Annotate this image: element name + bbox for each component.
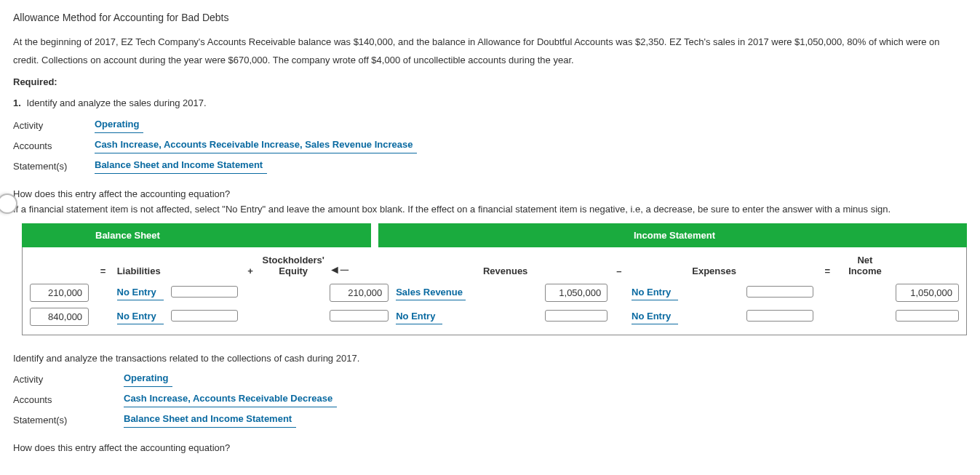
instruction-text: If a financial statement item is not aff… [13, 202, 967, 217]
accounts-label: Accounts [13, 140, 95, 151]
statements-dropdown-2[interactable]: Balance Sheet and Income Statement [124, 412, 296, 428]
equity-header: Equity [263, 266, 324, 276]
statements-label: Statement(s) [13, 161, 95, 172]
assets-input[interactable]: 840,000 [30, 308, 89, 326]
activity-dropdown[interactable]: Operating [95, 117, 143, 133]
revenue-input[interactable]: 1,050,000 [545, 284, 608, 302]
expense-input[interactable] [746, 286, 813, 298]
income-statement-header: Income Statement [378, 223, 967, 247]
accounts-label-2: Accounts [13, 394, 124, 405]
liabilities-header: Liabilities [117, 266, 164, 276]
liability-input[interactable] [171, 310, 238, 322]
table-row: 210,000 No Entry 210,000 Sales Revenue 1… [30, 281, 959, 305]
plus-sign: + [246, 266, 255, 276]
statements-label-2: Statement(s) [13, 415, 124, 426]
statements-dropdown[interactable]: Balance Sheet and Income Statement [95, 158, 267, 174]
expense-dropdown[interactable]: No Entry [632, 285, 678, 300]
activity-label: Activity [13, 120, 95, 131]
expenses-header: Expenses [692, 266, 739, 276]
equity-input[interactable] [330, 310, 389, 322]
expense-input[interactable] [746, 310, 813, 322]
liability-dropdown[interactable]: No Entry [117, 285, 164, 300]
netincome-input[interactable]: 1,050,000 [896, 284, 959, 302]
intro-paragraph: At the beginning of 2017, EZ Tech Compan… [13, 33, 967, 69]
revenue-dropdown[interactable]: Sales Revenue [396, 285, 466, 300]
income-header: Income [842, 266, 889, 276]
liability-input[interactable] [171, 286, 238, 298]
stockholders-header: Stockholders' [263, 255, 324, 266]
required-label: Required: [13, 76, 967, 87]
expense-dropdown[interactable]: No Entry [632, 309, 678, 324]
accounts-dropdown[interactable]: Cash Increase, Accounts Receivable Incre… [95, 137, 417, 153]
liability-dropdown[interactable]: No Entry [117, 309, 164, 324]
page-title: Allowance Method for Accounting for Bad … [13, 12, 967, 23]
activity-dropdown-2[interactable]: Operating [124, 371, 172, 387]
req1-number: 1. [13, 97, 21, 108]
revenue-input[interactable] [545, 310, 608, 322]
equals-sign: = [96, 266, 109, 276]
subquestion-1: How does this entry affect the accountin… [13, 188, 967, 199]
netincome-input[interactable] [896, 310, 959, 322]
assets-input[interactable]: 210,000 [30, 284, 89, 302]
revenues-header: Revenues [483, 266, 537, 276]
subquestion-2: How does this entry affect the accountin… [13, 442, 967, 453]
net-header: Net [842, 255, 889, 266]
equity-input[interactable]: 210,000 [330, 284, 389, 302]
equals-sign-2: = [821, 266, 834, 276]
req1-text: Identify and analyze the sales during 20… [23, 97, 206, 108]
accounts-dropdown-2[interactable]: Cash Increase, Accounts Receivable Decre… [124, 391, 337, 407]
section2-text: Identify and analyze the transactions re… [13, 353, 967, 364]
minus-sign: – [615, 266, 624, 276]
activity-label-2: Activity [13, 374, 124, 385]
revenue-dropdown[interactable]: No Entry [396, 309, 442, 324]
table-row: 840,000 No Entry No Entry No Entry [30, 305, 959, 329]
equation-table: = Liabilities + Stockholders' Equity ◄─ … [22, 247, 967, 335]
balance-sheet-header: Balance Sheet [22, 223, 371, 247]
arrow-icon: ◄─ [329, 263, 388, 276]
